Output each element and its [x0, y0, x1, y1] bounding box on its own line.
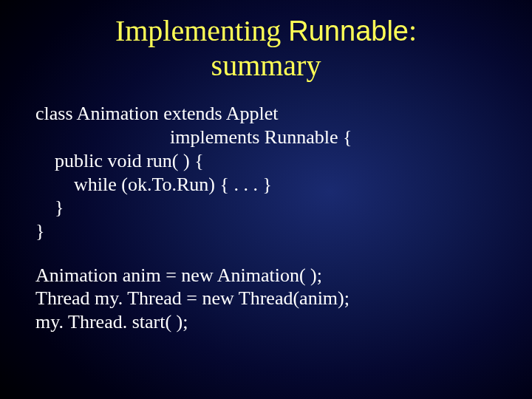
slide: Implementing Runnable: summary class Ani… [0, 0, 532, 399]
title-line2: summary [211, 49, 321, 82]
code-line: Animation anim = new Animation( ); [35, 265, 322, 286]
title-pre: Implementing [115, 14, 288, 47]
code-line: } [35, 220, 44, 242]
title-post: : [409, 14, 417, 47]
title-mono: Runnable [288, 16, 409, 47]
code-line: while (ok.To.Run) { . . . } [35, 174, 272, 195]
code-block-class: class Animation extends Applet implement… [35, 102, 497, 242]
code-block-usage: Animation anim = new Animation( ); Threa… [35, 264, 497, 334]
code-line: Thread my. Thread = new Thread(anim); [35, 287, 349, 309]
code-line: public void run( ) { [35, 150, 204, 171]
slide-title: Implementing Runnable: summary [35, 13, 497, 83]
code-line: my. Thread. start( ); [35, 311, 188, 332]
code-line: class Animation extends Applet [35, 103, 279, 124]
code-line: implements Runnable { [35, 126, 352, 148]
code-line: } [35, 197, 64, 218]
